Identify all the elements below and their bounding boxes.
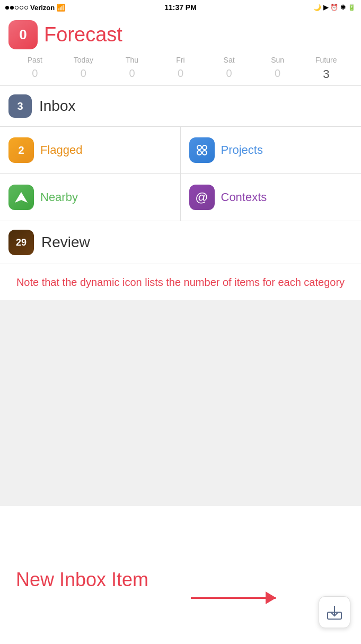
note-section: Note that the dynamic icon lists the num… (0, 264, 361, 300)
inbox-section[interactable]: 3 Inbox (0, 86, 361, 126)
inbox-label: Inbox (39, 98, 76, 115)
projects-icon (189, 137, 215, 163)
arrow-line (191, 597, 276, 599)
svg-point-3 (202, 151, 207, 155)
moon-icon: 🌙 (313, 4, 321, 11)
forecast-icon-number: 0 (19, 27, 27, 43)
inbox-icon: 3 (8, 94, 32, 118)
svg-point-2 (197, 151, 201, 155)
flagged-count: 2 (18, 144, 24, 156)
grid-section: 2 Flagged Projects (0, 126, 361, 221)
forecast-label-today: Today (74, 56, 93, 64)
forecast-value-fri: 0 (178, 67, 183, 80)
review-label: Review (41, 234, 90, 251)
signal-dot-5 (24, 6, 28, 10)
status-bar: Verizon 📶 11:37 PM 🌙 ▶ ⏰ ✱ 🔋 (0, 0, 361, 15)
review-section[interactable]: 29 Review (0, 221, 361, 264)
signal-dot-1 (5, 6, 9, 10)
projects-item[interactable]: Projects (181, 126, 362, 173)
review-count: 29 (16, 237, 27, 248)
forecast-col-sun: Sun 0 (253, 56, 302, 81)
forecast-value-today: 0 (81, 67, 86, 80)
forecast-label-sat: Sat (224, 56, 235, 64)
forecast-col-fri: Fri 0 (156, 56, 205, 81)
forecast-label-past: Past (28, 56, 42, 64)
svg-marker-4 (15, 192, 28, 203)
forecast-label-fri: Fri (176, 56, 184, 64)
new-inbox-button[interactable] (319, 596, 350, 628)
inbox-tray-icon (326, 604, 343, 621)
signal-dot-2 (10, 6, 14, 10)
signal-dot-4 (20, 6, 23, 10)
flagged-label: Flagged (40, 143, 83, 157)
forecast-header: 0 Forecast (8, 20, 353, 49)
forecast-value-future: 3 (323, 67, 329, 81)
bottom-area: New Inbox Item (0, 506, 361, 644)
location-icon: ▶ (323, 4, 328, 11)
contexts-label: Contexts (221, 190, 267, 204)
wifi-icon: 📶 (57, 4, 65, 12)
signal-dot-3 (15, 6, 19, 10)
forecast-value-sun: 0 (275, 67, 280, 80)
forecast-label-future: Future (315, 56, 337, 64)
status-time: 11:37 PM (164, 3, 197, 12)
forecast-section[interactable]: 0 Forecast Past 0 Today 0 Thu 0 Fri 0 Sa… (0, 15, 361, 81)
arrow-container (191, 597, 276, 599)
forecast-col-today: Today 0 (59, 56, 108, 81)
status-right: 🌙 ▶ ⏰ ✱ 🔋 (313, 4, 356, 11)
forecast-label-thu: Thu (126, 56, 138, 64)
main-content: 0 Forecast Past 0 Today 0 Thu 0 Fri 0 Sa… (0, 15, 361, 300)
forecast-value-thu: 0 (129, 67, 135, 80)
new-inbox-label: New Inbox Item (16, 569, 148, 591)
bluetooth-icon: ✱ (340, 4, 346, 11)
nearby-icon (8, 185, 34, 210)
note-text: Note that the dynamic icon lists the num… (8, 275, 353, 290)
forecast-value-sat: 0 (226, 67, 232, 80)
forecast-col-thu: Thu 0 (108, 56, 156, 81)
nearby-item[interactable]: Nearby (0, 173, 181, 221)
forecast-title: Forecast (44, 23, 122, 46)
forecast-col-future: Future 3 (302, 56, 350, 81)
projects-label: Projects (221, 143, 263, 157)
nearby-label: Nearby (40, 190, 78, 204)
forecast-col-sat: Sat 0 (205, 56, 253, 81)
battery-icon: 🔋 (348, 4, 356, 11)
carrier-label: Verizon (30, 4, 55, 12)
signal-dots (5, 6, 28, 10)
contexts-icon: @ (189, 185, 215, 210)
forecast-label-sun: Sun (271, 56, 284, 64)
svg-point-0 (197, 145, 201, 150)
forecast-col-past: Past 0 (11, 56, 59, 81)
forecast-columns: Past 0 Today 0 Thu 0 Fri 0 Sat 0 Sun 0 (8, 56, 353, 81)
flagged-icon: 2 (8, 137, 34, 163)
contexts-item[interactable]: @ Contexts (181, 173, 362, 221)
flagged-item[interactable]: 2 Flagged (0, 126, 181, 173)
inbox-count: 3 (17, 100, 23, 112)
review-icon: 29 (8, 230, 34, 255)
forecast-value-past: 0 (32, 67, 38, 80)
forecast-icon: 0 (8, 20, 38, 49)
alarm-icon: ⏰ (330, 4, 338, 11)
status-left: Verizon 📶 (5, 4, 65, 12)
svg-point-1 (202, 145, 207, 150)
